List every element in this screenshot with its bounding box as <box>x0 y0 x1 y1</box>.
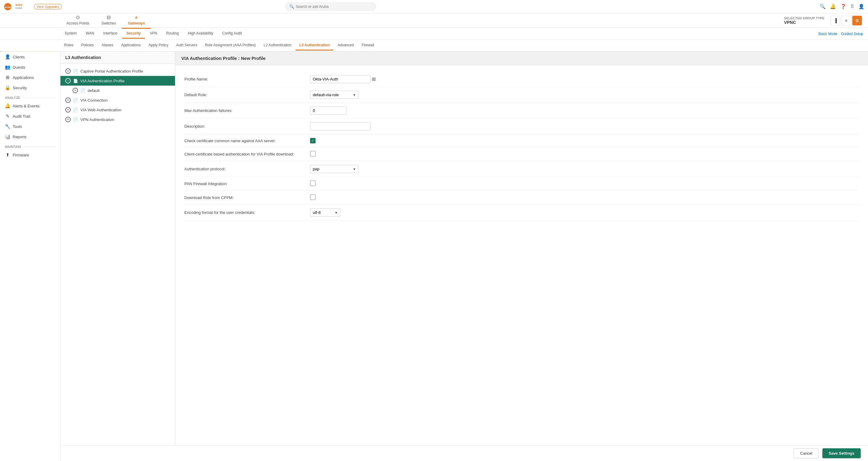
form-row-max-failures: Max Authentication failures: <box>184 103 859 119</box>
cancel-button[interactable]: Cancel <box>794 448 818 458</box>
sidebar-item-firmware[interactable]: ⬆ Firmware <box>0 150 60 160</box>
view-config-button[interactable]: ⚙ <box>852 16 862 25</box>
download-role-checkbox[interactable] <box>310 195 315 200</box>
sidebar-item-label: Reports <box>13 135 27 139</box>
reports-icon: 📊 <box>5 134 10 140</box>
clients-icon: 👤 <box>5 54 10 60</box>
check-cert-checkbox[interactable]: ✓ <box>310 138 315 143</box>
sidebar-item-security[interactable]: 🔒 Security <box>0 83 60 93</box>
tab-applications[interactable]: Applications <box>118 40 145 51</box>
sidebar-item-label: Security <box>13 86 27 90</box>
default-role-control: default-via-role ▼ <box>310 91 401 99</box>
default-role-select-wrapper: default-via-role ▼ <box>310 91 359 99</box>
tab-advanced[interactable]: Advanced <box>334 40 357 51</box>
tab-interface[interactable]: Interface <box>99 29 122 39</box>
tab-l3-auth[interactable]: L3 Authentication <box>296 40 333 51</box>
view-summary-button[interactable]: ▐ <box>831 16 840 25</box>
sidebar-item-alerts[interactable]: 🔔 Alerts & Events <box>0 101 60 111</box>
tab-firewall[interactable]: Firewall <box>358 40 378 51</box>
maintain-section-label: Maintain <box>0 142 60 150</box>
tab-gateways[interactable]: ⟐ Gateways <box>122 12 151 29</box>
tree-item-via-connection[interactable]: + 📄 VIA Connection <box>60 95 175 105</box>
form-row-pan-firewall: PAN Firewall Integration: <box>184 177 859 191</box>
tab-apply-policy[interactable]: Apply Policy <box>145 40 172 51</box>
max-failures-input[interactable] <box>310 107 346 115</box>
switches-icon: ⊟ <box>107 15 111 20</box>
svg-text:Central: Central <box>16 7 22 9</box>
description-label: Description: <box>184 124 305 128</box>
tree-item-label: VIA Connection <box>81 98 107 103</box>
tab-wan[interactable]: WAN <box>82 29 98 39</box>
table-icon[interactable]: ⊞ <box>372 76 376 82</box>
tab-vpn[interactable]: VPN <box>146 29 162 39</box>
alerts-icon: 🔔 <box>5 103 10 109</box>
tree-item-captive-portal[interactable]: + 📄 Captive Portal Authentication Profil… <box>60 66 175 76</box>
logo: aruba aruba Central <box>4 2 31 11</box>
tab-config-audit[interactable]: Config Audit <box>218 29 246 39</box>
save-settings-button[interactable]: Save Settings <box>823 448 861 458</box>
firmware-icon: ⬆ <box>5 152 10 157</box>
tab-roles[interactable]: Roles <box>60 40 77 51</box>
help-icon[interactable]: ❓ <box>840 4 846 9</box>
encoding-select[interactable]: utf-8 ascii <box>310 208 340 217</box>
auth-protocol-control: pap chap mschapv2 ▼ <box>310 165 401 173</box>
client-cert-checkbox[interactable] <box>310 151 315 156</box>
view-list-button[interactable]: ≡ <box>841 16 851 25</box>
left-panel: L3 Authentication + 📄 Captive Portal Aut… <box>60 51 175 461</box>
right-panel: VIA Authentication Profile : New Profile… <box>175 51 868 461</box>
sidebar-item-reports[interactable]: 📊 Reports <box>0 132 60 142</box>
tab-high-availability[interactable]: High Availability <box>184 29 218 39</box>
tree-item-default[interactable]: + 📄 default <box>60 86 175 95</box>
doc-icon: 📄 <box>73 69 78 74</box>
aruba-logo: aruba aruba Central <box>4 2 31 11</box>
tab-auth-servers[interactable]: Auth Servers <box>173 40 201 51</box>
tab-policies[interactable]: Policies <box>78 40 97 51</box>
pan-firewall-control <box>310 180 401 187</box>
view-icons: ▐ ≡ ⚙ <box>831 16 862 25</box>
description-input[interactable] <box>310 122 371 131</box>
notification-icon[interactable]: 🔔 <box>830 4 836 9</box>
sidebar-item-tools[interactable]: 🔧 Tools <box>0 121 60 132</box>
tab-aliases[interactable]: Aliases <box>98 40 117 51</box>
tab-access-points[interactable]: ⊙ Access Points <box>60 12 95 29</box>
profile-name-input[interactable] <box>310 75 371 83</box>
tab-security[interactable]: Security <box>122 29 145 39</box>
tab-label: Gateways <box>128 21 145 25</box>
expand-vpn-auth-icon: + <box>65 117 71 122</box>
sidebar-item-label: Firmware <box>13 153 29 157</box>
guided-setup-link[interactable]: Guided Setup <box>841 32 863 36</box>
selected-group-label: SELECTED GROUP TYPE <box>784 16 825 20</box>
tab-l2-auth[interactable]: L2 Authentication <box>260 40 295 51</box>
search-icon-top[interactable]: 🔍 <box>819 4 826 9</box>
pan-firewall-checkbox[interactable] <box>310 180 315 186</box>
sidebar-item-guests[interactable]: 👥 Guests <box>0 62 60 72</box>
apps-icon[interactable]: ⠿ <box>850 4 854 9</box>
sidebar-item-label: Clients <box>13 55 25 59</box>
max-failures-label: Max Authentication failures: <box>184 108 305 113</box>
gateways-icon: ⟐ <box>135 15 138 20</box>
client-cert-label: Client-certificate based authentication … <box>184 152 305 156</box>
tree-item-vpn-auth[interactable]: + 📄 VPN Authentication <box>60 115 175 124</box>
auth-protocol-select[interactable]: pap chap mschapv2 <box>310 165 359 173</box>
tree-item-via-web-auth[interactable]: + 📄 VIA Web Authentication <box>60 105 175 115</box>
tree-item-label: VIA Authentication Profile <box>81 79 125 83</box>
tree-item-label: VIA Web Authentication <box>81 108 122 112</box>
tab-routing[interactable]: Routing <box>162 29 183 39</box>
tab-role-assignment[interactable]: Role Assignment (AAA Profiles) <box>201 40 259 51</box>
search-input[interactable] <box>296 4 368 9</box>
config-icon: ⚙ <box>855 18 859 23</box>
expand-via-connection-icon: + <box>65 97 71 103</box>
tree-item-via-auth[interactable]: − 📄 VIA Authentication Profile <box>60 76 175 86</box>
sidebar-item-audit-trail[interactable]: ✎ Audit Trail <box>0 111 60 121</box>
default-role-select[interactable]: default-via-role <box>310 91 359 99</box>
basic-mode-link[interactable]: Basic Mode <box>818 32 837 36</box>
sidebar-item-applications[interactable]: ⊞ Applications <box>0 72 60 83</box>
user-icon[interactable]: 👤 <box>858 4 864 9</box>
download-role-control <box>310 195 401 201</box>
tab-system[interactable]: System <box>60 29 81 39</box>
view-upgrades-button[interactable]: View Upgrades <box>34 4 62 9</box>
sidebar-item-clients[interactable]: 👤 Clients <box>0 52 60 62</box>
tab-switches[interactable]: ⊟ Switches <box>95 12 122 29</box>
tools-icon: 🔧 <box>5 124 10 129</box>
sidebar: AWS-VPNC ⚙ Manage ⊞ Overview 📱 Devices 👤… <box>0 13 60 461</box>
